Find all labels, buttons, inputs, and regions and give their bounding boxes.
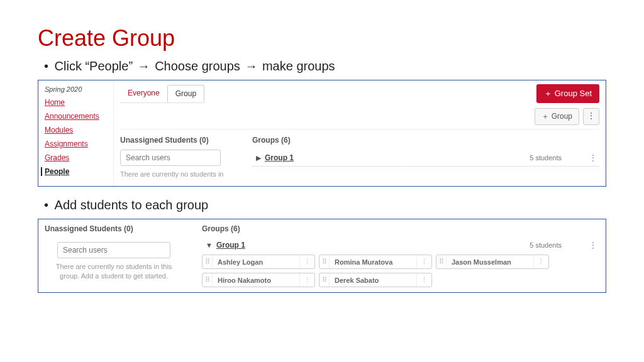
group-student-count: 5 students — [530, 154, 562, 162]
screenshot-panel-2: Unassigned Students (0) There are curren… — [38, 219, 606, 293]
student-menu-icon[interactable]: ⋮ — [416, 255, 431, 268]
arrow-icon: → — [136, 59, 152, 74]
student-chip[interactable]: ⠿ Hiroo Nakamoto ⋮ — [202, 273, 315, 287]
group-student-count: 5 students — [530, 241, 562, 249]
unassigned-header: Unassigned Students (0) — [45, 224, 183, 233]
student-name: Romina Muratova — [330, 256, 416, 268]
tab-group[interactable]: Group — [167, 85, 204, 102]
groups-column: Groups (6) ▼ Group 1 5 students ⋮ ⠿ Ashl… — [202, 224, 599, 287]
student-name: Hiroo Nakamoto — [213, 274, 299, 287]
unassigned-column: Unassigned Students (0) There are curren… — [45, 224, 183, 287]
add-group-button[interactable]: ＋ Group — [535, 108, 579, 125]
student-name: Jason Musselman — [447, 256, 533, 268]
nav-grades[interactable]: Grades — [45, 153, 107, 162]
course-sidebar: Spring 2020 Home Announcements Modules A… — [38, 80, 114, 186]
bullet-1-part1: Click “People” — [55, 59, 136, 73]
group-name[interactable]: Group 1 — [265, 153, 294, 162]
student-chip[interactable]: ⠿ Ashley Logan ⋮ — [202, 255, 315, 269]
student-chip[interactable]: ⠿ Jason Musselman ⋮ — [436, 255, 549, 269]
people-tabs: Everyone Group — [120, 85, 204, 103]
slide-title: Create Group — [38, 25, 606, 52]
student-chip-grid: ⠿ Ashley Logan ⋮ ⠿ Romina Muratova ⋮ ⠿ J… — [202, 255, 599, 287]
add-group-set-button[interactable]: ＋ Group Set — [536, 84, 599, 103]
group-row[interactable]: ▶ Group 1 5 students ⋮ — [252, 150, 599, 167]
caret-down-icon[interactable]: ▼ — [202, 241, 216, 249]
search-users-input[interactable] — [57, 242, 170, 258]
bullet-1-part3: make groups — [262, 59, 335, 73]
student-menu-icon[interactable]: ⋮ — [299, 273, 314, 287]
student-menu-icon[interactable]: ⋮ — [299, 255, 314, 268]
nav-assignments[interactable]: Assignments — [45, 140, 107, 148]
student-chip[interactable]: ⠿ Derek Sabato ⋮ — [319, 273, 432, 287]
group-set-menu-icon[interactable]: ⋮ — [583, 108, 599, 125]
nav-announcements[interactable]: Announcements — [45, 112, 107, 121]
group-row-expanded[interactable]: ▼ Group 1 5 students ⋮ — [202, 238, 599, 255]
arrow-icon: → — [243, 59, 258, 74]
groups-header: Groups (6) — [252, 136, 599, 145]
caret-right-icon[interactable]: ▶ — [252, 154, 265, 162]
nav-people[interactable]: People — [41, 167, 107, 176]
screenshot-panel-1: Spring 2020 Home Announcements Modules A… — [38, 80, 606, 187]
drag-handle-icon[interactable]: ⠿ — [203, 273, 213, 287]
group-menu-icon[interactable]: ⋮ — [587, 153, 599, 162]
bullet-2: Add students to each group — [44, 198, 606, 212]
nav-home[interactable]: Home — [45, 98, 107, 107]
group-name[interactable]: Group 1 — [216, 241, 245, 250]
bullet-1-part2: Choose groups — [155, 59, 240, 73]
search-users-input[interactable] — [120, 150, 221, 166]
group-menu-icon[interactable]: ⋮ — [587, 241, 599, 250]
student-chip[interactable]: ⠿ Romina Muratova ⋮ — [319, 255, 432, 269]
student-name: Ashley Logan — [213, 256, 299, 268]
groups-header: Groups (6) — [202, 224, 599, 233]
unassigned-empty-message: There are currently no students in this … — [45, 262, 183, 282]
bullet-1: Click “People” → Choose groups → make gr… — [44, 59, 606, 74]
tab-everyone[interactable]: Everyone — [120, 85, 167, 102]
drag-handle-icon[interactable]: ⠿ — [436, 255, 447, 268]
student-menu-icon[interactable]: ⋮ — [416, 273, 431, 287]
drag-handle-icon[interactable]: ⠿ — [203, 255, 213, 268]
groups-column: Groups (6) ▶ Group 1 5 students ⋮ — [252, 136, 599, 179]
drag-handle-icon[interactable]: ⠿ — [319, 255, 330, 268]
term-label: Spring 2020 — [45, 85, 107, 93]
main-area: Everyone Group ＋ Group Set ＋ Group ⋮ Una… — [114, 80, 606, 186]
unassigned-empty-message: There are currently no students in — [120, 170, 240, 179]
drag-handle-icon[interactable]: ⠿ — [319, 273, 330, 287]
student-name: Derek Sabato — [330, 274, 416, 287]
unassigned-header: Unassigned Students (0) — [120, 136, 240, 145]
unassigned-column: Unassigned Students (0) There are curren… — [120, 136, 240, 179]
student-menu-icon[interactable]: ⋮ — [533, 255, 548, 268]
nav-modules[interactable]: Modules — [45, 126, 107, 134]
